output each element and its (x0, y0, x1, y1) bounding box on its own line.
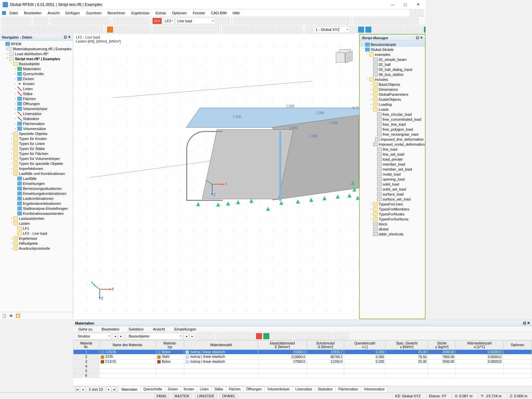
script-load-15[interactable]: solid_set_load (360, 187, 425, 192)
nav-tail-1[interactable]: ›Hilfsobjekte (0, 241, 73, 246)
nav-lasten-1[interactable]: LF2 - Live load (0, 231, 73, 236)
tb-d6[interactable] (390, 18, 397, 24)
tb2-f8[interactable] (402, 26, 408, 33)
tb-a7[interactable] (95, 18, 102, 24)
maximize-button[interactable]: ▢ (400, 1, 410, 8)
nav-lf-2[interactable]: Bemessungssituationen (0, 186, 73, 191)
nav-root[interactable]: RFEM (0, 41, 73, 46)
tb-d4[interactable] (375, 18, 382, 24)
tb2-c7[interactable] (198, 26, 204, 33)
tb-a3[interactable] (66, 18, 72, 24)
save-button[interactable] (16, 18, 23, 24)
tb-c2[interactable] (241, 18, 247, 24)
structural-model[interactable]: 1.250 1.000 1.000 0.75 1.250 2.000 1.000… (166, 101, 359, 214)
tb-c5[interactable] (263, 18, 269, 24)
script-includes[interactable]: ˅includes (360, 77, 425, 82)
menu-optionen[interactable]: Optionen (169, 10, 190, 16)
tb2-f10[interactable] (416, 26, 423, 33)
nav-basis-12[interactable]: ›Volumensätze (0, 126, 73, 131)
script-load-13[interactable]: opening_load (360, 177, 425, 182)
nav-tab-1[interactable]: 📋 (2, 314, 7, 318)
tb2-f3[interactable] (365, 26, 372, 33)
tb2-e1[interactable] (306, 26, 313, 33)
tb2-f4[interactable] (372, 26, 379, 33)
script-load-6[interactable]: imposed_nodal_deformation (360, 142, 425, 147)
script-ex-1[interactable]: 02_hall (360, 62, 425, 67)
tb-d7[interactable] (397, 18, 404, 24)
tb-d1[interactable] (353, 18, 360, 24)
tb-c8[interactable] (285, 18, 291, 24)
nav-group-1[interactable]: ›Typen für Knoten (0, 136, 73, 141)
tb-a4[interactable] (73, 18, 80, 24)
tb-a5[interactable] (80, 18, 87, 24)
menu-ansicht[interactable]: Ansicht (45, 10, 62, 16)
nav-basis-8[interactable]: ›Volumenkörper (0, 106, 73, 111)
tb2-a9[interactable] (60, 26, 66, 33)
tb2-f2[interactable] (358, 26, 364, 33)
nav-lf-7[interactable]: Kombinationsassistenten (0, 211, 73, 216)
menu-berechnen[interactable]: Berechnen (105, 10, 128, 16)
script-inc2-2[interactable]: ›TypesForNodes (360, 211, 425, 216)
menu-einfügen[interactable]: Einfügen (63, 10, 82, 16)
nav-basis[interactable]: ˅Basisobjekte (0, 61, 73, 66)
layout-reset-button[interactable] (410, 10, 416, 16)
nav-tab-2[interactable]: 👁 (9, 314, 13, 318)
script-load-1[interactable]: free_concentrated_load (360, 117, 425, 122)
menu-cad-bim[interactable]: CAD-BIM (208, 10, 229, 16)
navigator-tree[interactable]: RFEM›Materialtypsteuerung.rf6 | Examples… (0, 41, 73, 312)
close-button[interactable]: ✕ (413, 1, 423, 8)
tb2-c3[interactable] (168, 26, 175, 33)
menu-ergebnisse[interactable]: Ergebnisse (129, 10, 152, 16)
nav-basis-7[interactable]: ›Öffnungen (0, 101, 73, 106)
tb-c7[interactable] (277, 18, 284, 24)
script-userscripts[interactable]: Benutzerskripte (360, 42, 425, 47)
loadcase-combo[interactable]: Live load (175, 18, 215, 24)
nav-basis-1[interactable]: ›Querschnitte (0, 71, 73, 76)
menu-extras[interactable]: Extras (153, 10, 169, 16)
tb2-f11[interactable] (424, 26, 426, 33)
tb2-a4[interactable] (23, 26, 30, 33)
script-inc-2[interactable]: ›GlobalParameters (360, 92, 425, 97)
script-load-14[interactable]: solid_load (360, 182, 425, 187)
tb-a8[interactable] (102, 18, 109, 24)
tb-d5[interactable] (383, 18, 389, 24)
tb2-d9[interactable] (281, 26, 288, 33)
tb-c6[interactable] (270, 18, 277, 24)
tb-a1[interactable] (51, 18, 58, 24)
script-inc-1[interactable]: ›Dimensions (360, 87, 425, 92)
tb2-a6[interactable] (38, 26, 45, 33)
tb2-c8[interactable] (205, 26, 211, 33)
tb-a6[interactable] (88, 18, 94, 24)
tb-a2[interactable] (59, 18, 65, 24)
tb2-b2[interactable] (114, 26, 121, 33)
tb2-c9[interactable] (212, 26, 219, 33)
nav-lasten-0[interactable]: LF1 (0, 226, 73, 231)
tb2-d2[interactable] (230, 26, 236, 33)
tb-c1[interactable] (233, 18, 240, 24)
tb-d8[interactable] (405, 18, 411, 24)
tb2-d11[interactable] (296, 26, 302, 33)
nav-basis-3[interactable]: ›Knoten (0, 81, 73, 86)
nav-basis-2[interactable]: ›Dicken (0, 76, 73, 81)
tb-b2[interactable] (120, 18, 127, 24)
script-inc-4[interactable]: ›Loading (360, 102, 425, 107)
tb2-b6[interactable] (143, 26, 150, 33)
nav-basis-10[interactable]: ›Stabsätze (0, 116, 73, 121)
undo-button[interactable] (34, 18, 40, 24)
nav-tail-2[interactable]: ›Ausdruckprotokolle (0, 246, 73, 251)
redo-button[interactable] (41, 18, 48, 24)
nav-group-3[interactable]: ›Typen für Stäbe (0, 146, 73, 151)
tb2-d7[interactable] (266, 26, 273, 33)
nav-group-7[interactable]: ›Imperfektionen (0, 166, 73, 171)
script-load-11[interactable]: member_set_load (360, 167, 425, 172)
tb-c12[interactable] (314, 18, 321, 24)
tb-d9[interactable] (412, 18, 419, 24)
tb2-a5[interactable] (31, 26, 37, 33)
tb-c4[interactable] (255, 18, 262, 24)
tb-d2[interactable] (361, 18, 367, 24)
nav-group-6[interactable]: ›Typen für spezielle Objekte (0, 161, 73, 166)
tb2-b4[interactable] (129, 26, 135, 33)
menu-zuordnen[interactable]: Zuordnen (83, 10, 104, 16)
tb2-a7[interactable] (45, 26, 52, 33)
script-load-10[interactable]: member_load (360, 162, 425, 167)
